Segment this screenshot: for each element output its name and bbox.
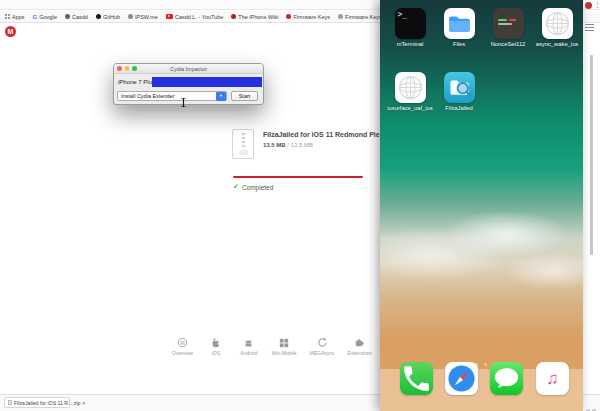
footer-label: Win Mobile [272,350,297,356]
status-label: Completed [242,184,273,191]
mouse-cursor [180,98,187,107]
footer-label: Extensions [348,350,372,356]
popup-arrow-icon: ▾ [216,92,226,101]
download-filename: FilzaJailed for iOS 11 Redmond Pie.zip [263,131,391,138]
bookmark-google[interactable]: GGoogle [33,14,57,20]
impactor-titlebar[interactable]: Cydia Impactor [114,64,263,74]
check-icon: ✓ [233,183,239,191]
mega-logo[interactable]: M [5,26,16,37]
windows-icon [279,337,290,348]
file-icon [8,400,12,405]
bookmark-label: Firmware Keys [293,14,330,20]
download-progress-bar [233,176,363,178]
bookmark-label: Google [39,14,57,20]
bookmark-casdd[interactable]: Casdd [65,14,88,20]
bookmark-label: Apps [12,14,25,20]
filzajailed-icon [444,72,475,103]
iphone-mirror-screen: >_ mTerminal Files NonceSet112 async_wak… [380,0,583,411]
cydia-impactor-window: Cydia Impactor iPhone 7 Plus Install Cyd… [113,63,264,105]
mterminal-icon: >_ [395,8,426,39]
bookmark-youtube[interactable]: Casdd L. - YouTube [166,14,223,20]
footer-item-ios[interactable]: iOS [206,337,226,356]
app-label: Files [453,41,465,47]
action-option-label: Install Cydia Extender [121,93,175,99]
key-icon [286,14,291,19]
sync-icon [317,337,328,348]
svg-text:M: M [180,340,185,346]
favicon [128,14,133,19]
google-icon: G [33,14,38,20]
window-title: Cydia Impactor [114,66,263,72]
app-label: mTerminal [397,41,424,47]
bookmark-firmware-keys-2[interactable]: Firmware Keys [338,14,382,20]
start-button[interactable]: Start [231,91,258,101]
bookmark-label: GitHub [103,14,120,20]
iosurface-uaf-ios-icon [395,72,426,103]
puzzle-icon [354,337,365,348]
music-note-glyph: ♫ [546,369,559,389]
footer-item-extensions[interactable]: Extensions [348,337,372,356]
edge-ui-fragments [586,399,598,411]
size-done: 13.5 MB [263,142,286,148]
dock: ♫ [380,369,583,411]
music-app-icon[interactable]: ♫ [536,362,569,395]
bookmark-github[interactable]: GitHub [96,14,120,20]
app-async-wake-ios[interactable]: async_wake_ios [533,8,581,47]
github-icon [96,14,101,19]
footer-label: Overview [172,350,193,356]
page-dot [484,363,487,366]
key-icon [338,14,343,19]
phone-app-icon[interactable] [400,362,433,395]
notification-badge-icon [585,2,592,9]
bookmark-label: Casdd L. - YouTube [175,14,223,20]
bookmark-label: Casdd [72,14,88,20]
messages-app-icon[interactable] [490,362,523,395]
files-icon [444,8,475,39]
browser-menu-icon[interactable]: ⋮ [594,1,600,9]
async-wake-ios-icon [542,8,573,39]
bookmark-firmware-keys-1[interactable]: Firmware Keys [286,14,330,20]
downloaded-file-label: FilzaJailed for iOS 11 R....zip [14,400,81,406]
footer-item-overview[interactable]: MOverview [172,337,193,356]
mega-overview-icon: M [177,337,188,348]
footer-label: MEGAsync [310,350,335,356]
app-filzajailed[interactable]: FilzaJailed [435,72,483,111]
mega-footer-nav: MOverview iOS Android Win Mobile MEGAsyn… [172,337,408,356]
app-files[interactable]: Files [435,8,483,47]
app-label: NonceSet112 [491,41,526,47]
youtube-icon [166,14,173,19]
scrollbar[interactable] [590,55,593,255]
favicon [231,14,236,19]
bookmark-apps[interactable]: Apps [5,14,25,20]
action-dropdown[interactable]: Install Cydia Extender ▾ [117,91,227,101]
udid-redaction-bar [152,77,262,87]
app-label: async_wake_ios [536,41,579,47]
device-label: iPhone 7 Plus [118,79,155,85]
downloaded-file-button[interactable]: FilzaJailed for iOS 11 R....zip ▾ [4,397,70,408]
safari-app-icon[interactable] [445,362,478,395]
app-iosurface-uaf-ios[interactable]: iosurface_uaf_ios [386,72,434,111]
download-size: 13.5 MB / 13.5 MB [263,142,313,148]
apple-icon [210,337,221,348]
hamburger-menu-icon[interactable] [585,24,594,32]
bookmark-ipswme[interactable]: IPSW.me [128,14,158,20]
bookmark-label: Firmware Keys [345,14,382,20]
bookmark-label: IPSW.me [135,14,158,20]
app-label: iosurface_uaf_ios [387,105,432,111]
bookmark-iphone-wiki[interactable]: The iPhone Wiki [231,14,278,20]
size-total: / 13.5 MB [286,142,313,148]
app-mterminal[interactable]: >_ mTerminal [386,8,434,47]
apps-grid-icon [5,14,10,19]
app-nonceset112[interactable]: NonceSet112 [484,8,532,47]
chevron-down-icon[interactable]: ▾ [83,400,86,406]
footer-item-android[interactable]: Android [239,337,259,356]
zip-file-icon [232,129,254,159]
nonceset112-icon [493,8,524,39]
footer-item-winmobile[interactable]: Win Mobile [272,337,297,356]
favicon [65,14,70,19]
android-icon [243,337,254,348]
footer-label: Android [240,350,257,356]
footer-item-megasync[interactable]: MEGAsync [310,337,335,356]
bookmark-label: The iPhone Wiki [238,14,278,20]
footer-label: iOS [212,350,220,356]
